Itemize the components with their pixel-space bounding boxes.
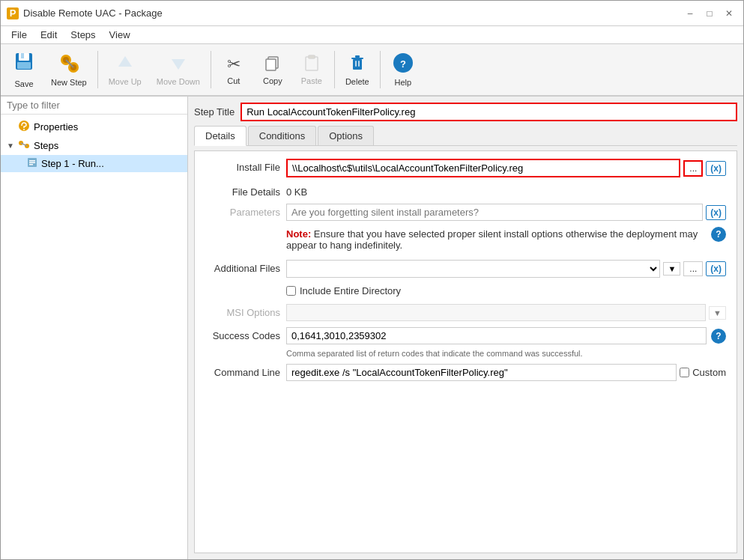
command-line-input[interactable]: [286, 364, 677, 381]
tree-item-step1[interactable]: Step 1 - Run...: [1, 155, 187, 172]
step1-label: Step 1 - Run...: [41, 158, 104, 169]
move-down-icon: [169, 53, 188, 75]
svg-rect-4: [21, 53, 24, 58]
menu-view[interactable]: View: [103, 28, 136, 42]
step-title-row: Step Title: [194, 103, 737, 121]
include-dir-row: Include Entire Directory: [205, 284, 726, 298]
title-bar: P Disable Remote UAC - Package – □ ✕: [1, 1, 743, 26]
delete-button[interactable]: Delete: [339, 47, 376, 92]
tab-bar: Details Conditions Options: [194, 126, 737, 146]
help-label: Help: [395, 78, 412, 87]
tree-item-steps[interactable]: ▼ Steps: [1, 136, 187, 155]
svg-rect-14: [266, 59, 276, 70]
msi-options-label: MSI Options: [205, 304, 280, 318]
step1-icon: [27, 157, 37, 170]
step-title-label: Step Title: [194, 106, 235, 118]
msi-options-value: ▼: [286, 304, 726, 321]
help-button[interactable]: ? Help: [384, 47, 422, 92]
tree-area: Properties ▼ Steps Step 1 - Run...: [1, 115, 187, 559]
file-details-label: File Details: [205, 183, 280, 198]
parameters-input[interactable]: [286, 204, 703, 221]
properties-icon: [18, 120, 30, 134]
step-title-input[interactable]: [241, 103, 737, 121]
menu-bar: File Edit Steps View: [1, 26, 743, 44]
note-text: Note: Ensure that you have selected prop…: [286, 227, 711, 252]
toolbar-sep-2: [211, 51, 211, 88]
copy-button[interactable]: Copy: [254, 47, 291, 92]
svg-rect-33: [29, 164, 33, 165]
custom-checkbox-wrap: Custom: [680, 367, 726, 378]
minimize-button[interactable]: –: [682, 6, 698, 21]
tab-conditions[interactable]: Conditions: [248, 126, 316, 145]
tree-item-properties[interactable]: Properties: [1, 118, 187, 136]
menu-file[interactable]: File: [5, 28, 33, 42]
success-codes-note: Comma separated list of return codes tha…: [286, 347, 583, 358]
filter-input[interactable]: [1, 97, 187, 115]
install-file-xvar-button[interactable]: (x): [706, 161, 726, 176]
parameters-xvar-button[interactable]: (x): [706, 205, 726, 220]
msi-options-select[interactable]: [286, 304, 706, 321]
save-icon: [13, 51, 34, 77]
install-file-value: ... (x): [286, 159, 726, 177]
move-down-button[interactable]: Move Down: [150, 47, 207, 92]
cut-button[interactable]: ✂ Cut: [215, 47, 252, 92]
svg-rect-18: [353, 59, 362, 70]
title-bar-left: P Disable Remote UAC - Package: [7, 7, 163, 19]
parameters-help-button[interactable]: ?: [711, 227, 726, 242]
tab-options[interactable]: Options: [318, 126, 374, 145]
move-down-label: Move Down: [157, 77, 200, 86]
save-label: Save: [14, 79, 33, 88]
left-panel: Properties ▼ Steps Step 1 - Run...: [1, 97, 188, 559]
success-codes-input[interactable]: [286, 327, 707, 344]
svg-rect-5: [17, 62, 31, 69]
toolbar-sep-4: [380, 51, 381, 88]
app-icon: P: [7, 7, 19, 19]
install-file-label: Install File: [205, 159, 280, 173]
install-file-input[interactable]: [286, 159, 680, 177]
close-button[interactable]: ✕: [721, 6, 737, 21]
note-row: Note: Ensure that you have selected prop…: [205, 227, 726, 252]
additional-files-select[interactable]: [286, 260, 660, 278]
additional-files-browse-button[interactable]: ...: [683, 261, 703, 276]
include-dir-text: Include Entire Directory: [300, 285, 401, 296]
new-step-button[interactable]: New Step: [44, 47, 94, 92]
install-file-browse-button[interactable]: ...: [683, 160, 703, 177]
msi-options-dropdown-button[interactable]: ▼: [709, 306, 726, 320]
additional-files-label: Additional Files: [205, 260, 280, 274]
additional-files-xvar-button[interactable]: (x): [706, 261, 726, 276]
svg-rect-31: [29, 160, 35, 162]
delete-icon: [348, 53, 367, 75]
copy-icon: [264, 54, 282, 74]
move-up-button[interactable]: Move Up: [102, 47, 148, 92]
move-up-label: Move Up: [109, 77, 142, 86]
custom-checkbox[interactable]: [680, 368, 689, 377]
parameters-row: Parameters (x): [205, 204, 726, 221]
paste-button[interactable]: Paste: [293, 47, 330, 92]
paste-label: Paste: [301, 76, 322, 85]
copy-label: Copy: [263, 76, 282, 85]
parameters-label: Parameters: [205, 204, 280, 218]
menu-edit[interactable]: Edit: [34, 28, 63, 42]
window-title: Disable Remote UAC - Package: [23, 7, 163, 19]
steps-expand-arrow: ▼: [7, 141, 14, 150]
new-step-label: New Step: [51, 78, 87, 87]
custom-label: Custom: [692, 367, 726, 378]
include-dir-checkbox[interactable]: [286, 286, 296, 296]
svg-marker-11: [118, 56, 132, 67]
command-line-row: Command Line Custom: [205, 364, 726, 381]
include-dir-label[interactable]: Include Entire Directory: [286, 284, 726, 298]
toolbar: Save New Step Move Up: [1, 44, 743, 97]
svg-rect-20: [355, 55, 360, 58]
file-details-text: 0 KB: [286, 183, 307, 198]
help-icon: ?: [393, 52, 414, 76]
additional-files-dropdown-button[interactable]: ▼: [663, 262, 680, 276]
tab-details[interactable]: Details: [194, 126, 247, 146]
success-codes-help-button[interactable]: ?: [711, 329, 726, 344]
save-button[interactable]: Save: [5, 47, 43, 92]
menu-steps[interactable]: Steps: [64, 28, 101, 42]
properties-label: Properties: [34, 121, 78, 133]
success-codes-input-row: ?: [286, 327, 726, 344]
msi-options-row: MSI Options ▼: [205, 304, 726, 321]
maximize-button[interactable]: □: [701, 6, 718, 21]
svg-rect-32: [29, 162, 35, 164]
